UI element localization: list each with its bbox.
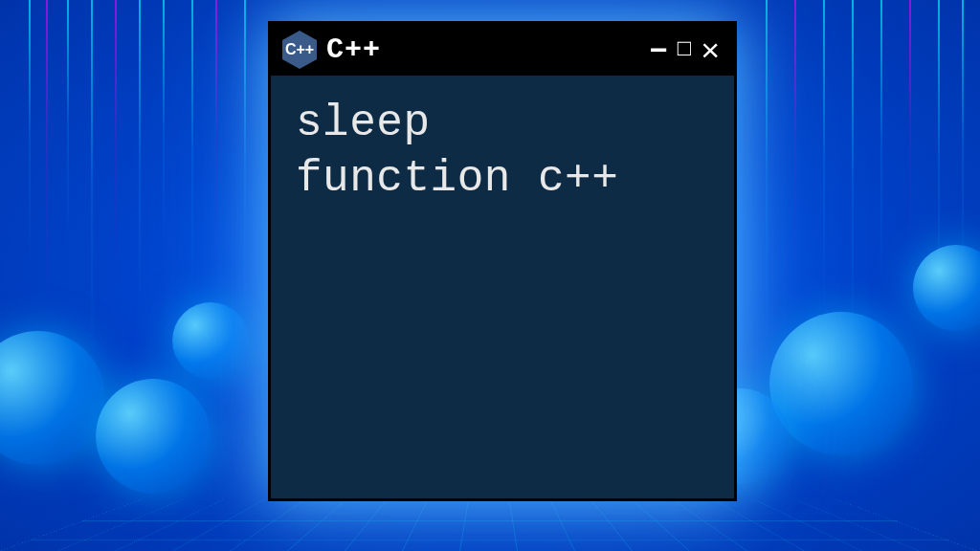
content-line-2: function c++	[296, 152, 709, 208]
terminal-content: sleep function c++	[271, 76, 734, 228]
titlebar[interactable]: C++ C++ − □ ×	[271, 24, 734, 76]
maximize-button[interactable]: □	[675, 36, 695, 59]
terminal-window: C++ C++ − □ × sleep function c++	[268, 21, 737, 501]
sphere-decoration	[172, 302, 249, 379]
titlebar-left: C++ C++	[282, 31, 381, 69]
window-controls: − □ ×	[647, 33, 723, 66]
grid-floor	[0, 499, 980, 551]
cpp-icon: C++	[282, 31, 317, 69]
cpp-icon-text: C++	[285, 41, 314, 58]
sphere-decoration	[96, 379, 211, 494]
sphere-decoration	[769, 312, 913, 455]
window-title: C++	[326, 33, 381, 66]
content-line-1: sleep	[296, 97, 709, 152]
close-button[interactable]: ×	[698, 33, 723, 66]
minimize-button[interactable]: −	[647, 34, 671, 65]
